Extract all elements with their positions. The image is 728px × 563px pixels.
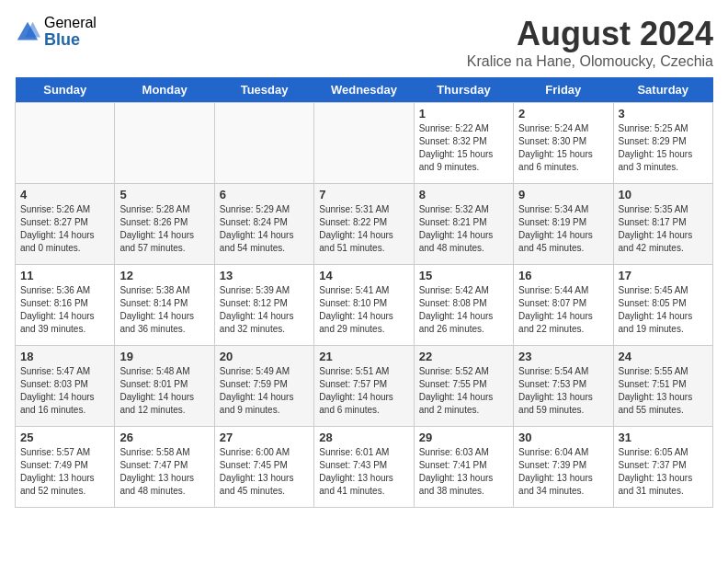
title-block: August 2024 Kralice na Hane, Olomoucky, … xyxy=(467,15,713,70)
day-info: Sunrise: 6:04 AMSunset: 7:39 PMDaylight:… xyxy=(518,446,608,498)
day-info: Sunrise: 5:24 AMSunset: 8:30 PMDaylight:… xyxy=(518,122,608,174)
day-number: 28 xyxy=(319,431,408,444)
day-number: 21 xyxy=(319,350,408,363)
logo-text: General Blue xyxy=(44,15,97,49)
calendar-cell-3-5: 15Sunrise: 5:42 AMSunset: 8:08 PMDayligh… xyxy=(414,265,513,346)
day-number: 19 xyxy=(119,350,209,363)
logo-icon xyxy=(15,19,40,45)
calendar-week-4: 18Sunrise: 5:47 AMSunset: 8:03 PMDayligh… xyxy=(16,346,713,427)
calendar-cell-1-2 xyxy=(115,103,214,184)
day-number: 31 xyxy=(619,431,708,444)
day-info: Sunrise: 5:41 AMSunset: 8:10 PMDaylight:… xyxy=(319,284,408,336)
calendar-cell-3-4: 14Sunrise: 5:41 AMSunset: 8:10 PMDayligh… xyxy=(314,265,414,346)
day-info: Sunrise: 5:44 AMSunset: 8:07 PMDaylight:… xyxy=(518,284,608,336)
day-info: Sunrise: 5:39 AMSunset: 8:12 PMDaylight:… xyxy=(220,284,309,336)
day-info: Sunrise: 5:51 AMSunset: 7:57 PMDaylight:… xyxy=(319,365,408,417)
logo: General Blue xyxy=(15,15,97,49)
weekday-header-sunday: Sunday xyxy=(16,77,115,103)
calendar-cell-4-2: 19Sunrise: 5:48 AMSunset: 8:01 PMDayligh… xyxy=(115,346,214,427)
day-info: Sunrise: 6:01 AMSunset: 7:43 PMDaylight:… xyxy=(319,446,408,498)
day-number: 24 xyxy=(619,350,708,363)
calendar-week-5: 25Sunrise: 5:57 AMSunset: 7:49 PMDayligh… xyxy=(16,427,713,508)
calendar-week-3: 11Sunrise: 5:36 AMSunset: 8:16 PMDayligh… xyxy=(16,265,713,346)
calendar-cell-5-7: 31Sunrise: 6:05 AMSunset: 7:37 PMDayligh… xyxy=(613,427,712,508)
day-info: Sunrise: 5:48 AMSunset: 8:01 PMDaylight:… xyxy=(119,365,209,417)
weekday-header-friday: Friday xyxy=(514,77,613,103)
calendar-cell-3-1: 11Sunrise: 5:36 AMSunset: 8:16 PMDayligh… xyxy=(16,265,115,346)
calendar-cell-1-7: 3Sunrise: 5:25 AMSunset: 8:29 PMDaylight… xyxy=(613,103,712,184)
day-number: 30 xyxy=(518,431,608,444)
calendar-cell-3-7: 17Sunrise: 5:45 AMSunset: 8:05 PMDayligh… xyxy=(613,265,712,346)
day-number: 12 xyxy=(119,269,209,282)
calendar-cell-2-7: 10Sunrise: 5:35 AMSunset: 8:17 PMDayligh… xyxy=(613,184,712,265)
page-header: General Blue August 2024 Kralice na Hane… xyxy=(15,15,713,70)
day-info: Sunrise: 5:52 AMSunset: 7:55 PMDaylight:… xyxy=(419,365,508,417)
calendar-cell-5-1: 25Sunrise: 5:57 AMSunset: 7:49 PMDayligh… xyxy=(16,427,115,508)
day-info: Sunrise: 5:49 AMSunset: 7:59 PMDaylight:… xyxy=(220,365,309,417)
day-number: 4 xyxy=(20,188,109,201)
weekday-header-monday: Monday xyxy=(115,77,214,103)
calendar-cell-5-3: 27Sunrise: 6:00 AMSunset: 7:45 PMDayligh… xyxy=(214,427,313,508)
day-info: Sunrise: 5:29 AMSunset: 8:24 PMDaylight:… xyxy=(220,203,309,255)
day-number: 15 xyxy=(419,269,508,282)
day-number: 29 xyxy=(419,431,508,444)
day-info: Sunrise: 5:35 AMSunset: 8:17 PMDaylight:… xyxy=(619,203,708,255)
calendar-cell-4-1: 18Sunrise: 5:47 AMSunset: 8:03 PMDayligh… xyxy=(16,346,115,427)
weekday-header-row: SundayMondayTuesdayWednesdayThursdayFrid… xyxy=(16,77,713,103)
calendar-cell-4-3: 20Sunrise: 5:49 AMSunset: 7:59 PMDayligh… xyxy=(214,346,313,427)
day-number: 18 xyxy=(20,350,109,363)
day-number: 17 xyxy=(619,269,708,282)
day-number: 5 xyxy=(119,188,209,201)
weekday-header-thursday: Thursday xyxy=(414,77,513,103)
day-number: 14 xyxy=(319,269,408,282)
calendar-cell-2-1: 4Sunrise: 5:26 AMSunset: 8:27 PMDaylight… xyxy=(16,184,115,265)
calendar-cell-2-3: 6Sunrise: 5:29 AMSunset: 8:24 PMDaylight… xyxy=(214,184,313,265)
day-info: Sunrise: 5:25 AMSunset: 8:29 PMDaylight:… xyxy=(619,122,708,174)
day-number: 9 xyxy=(518,188,608,201)
day-number: 6 xyxy=(220,188,309,201)
calendar-cell-1-1 xyxy=(16,103,115,184)
calendar-week-1: 1Sunrise: 5:22 AMSunset: 8:32 PMDaylight… xyxy=(16,103,713,184)
calendar-week-2: 4Sunrise: 5:26 AMSunset: 8:27 PMDaylight… xyxy=(16,184,713,265)
day-number: 3 xyxy=(619,107,708,121)
day-info: Sunrise: 5:45 AMSunset: 8:05 PMDaylight:… xyxy=(619,284,708,336)
day-info: Sunrise: 5:36 AMSunset: 8:16 PMDaylight:… xyxy=(20,284,109,336)
calendar-cell-1-4 xyxy=(314,103,414,184)
day-info: Sunrise: 5:42 AMSunset: 8:08 PMDaylight:… xyxy=(419,284,508,336)
day-info: Sunrise: 6:03 AMSunset: 7:41 PMDaylight:… xyxy=(419,446,508,498)
day-info: Sunrise: 6:05 AMSunset: 7:37 PMDaylight:… xyxy=(619,446,708,498)
calendar-cell-5-2: 26Sunrise: 5:58 AMSunset: 7:47 PMDayligh… xyxy=(115,427,214,508)
day-info: Sunrise: 5:31 AMSunset: 8:22 PMDaylight:… xyxy=(319,203,408,255)
calendar-cell-2-2: 5Sunrise: 5:28 AMSunset: 8:26 PMDaylight… xyxy=(115,184,214,265)
day-number: 27 xyxy=(220,431,309,444)
logo-blue: Blue xyxy=(44,31,97,50)
day-info: Sunrise: 5:22 AMSunset: 8:32 PMDaylight:… xyxy=(419,122,508,174)
calendar-cell-2-5: 8Sunrise: 5:32 AMSunset: 8:21 PMDaylight… xyxy=(414,184,513,265)
day-number: 25 xyxy=(20,431,109,444)
calendar-cell-4-5: 22Sunrise: 5:52 AMSunset: 7:55 PMDayligh… xyxy=(414,346,513,427)
weekday-header-saturday: Saturday xyxy=(613,77,712,103)
calendar-cell-2-4: 7Sunrise: 5:31 AMSunset: 8:22 PMDaylight… xyxy=(314,184,414,265)
calendar-cell-4-4: 21Sunrise: 5:51 AMSunset: 7:57 PMDayligh… xyxy=(314,346,414,427)
day-number: 20 xyxy=(220,350,309,363)
calendar-cell-4-7: 24Sunrise: 5:55 AMSunset: 7:51 PMDayligh… xyxy=(613,346,712,427)
day-info: Sunrise: 5:38 AMSunset: 8:14 PMDaylight:… xyxy=(119,284,209,336)
location: Kralice na Hane, Olomoucky, Czechia xyxy=(467,53,713,70)
calendar-cell-5-5: 29Sunrise: 6:03 AMSunset: 7:41 PMDayligh… xyxy=(414,427,513,508)
day-number: 26 xyxy=(119,431,209,444)
calendar-cell-5-6: 30Sunrise: 6:04 AMSunset: 7:39 PMDayligh… xyxy=(514,427,613,508)
day-number: 11 xyxy=(20,269,109,282)
weekday-header-wednesday: Wednesday xyxy=(314,77,414,103)
day-number: 7 xyxy=(319,188,408,201)
calendar-cell-4-6: 23Sunrise: 5:54 AMSunset: 7:53 PMDayligh… xyxy=(514,346,613,427)
calendar-table: SundayMondayTuesdayWednesdayThursdayFrid… xyxy=(15,77,713,508)
calendar-cell-2-6: 9Sunrise: 5:34 AMSunset: 8:19 PMDaylight… xyxy=(514,184,613,265)
weekday-header-tuesday: Tuesday xyxy=(214,77,313,103)
day-info: Sunrise: 6:00 AMSunset: 7:45 PMDaylight:… xyxy=(220,446,309,498)
day-info: Sunrise: 5:28 AMSunset: 8:26 PMDaylight:… xyxy=(119,203,209,255)
day-number: 10 xyxy=(619,188,708,201)
day-info: Sunrise: 5:57 AMSunset: 7:49 PMDaylight:… xyxy=(20,446,109,498)
calendar-cell-1-6: 2Sunrise: 5:24 AMSunset: 8:30 PMDaylight… xyxy=(514,103,613,184)
calendar-cell-1-3 xyxy=(214,103,313,184)
day-info: Sunrise: 5:47 AMSunset: 8:03 PMDaylight:… xyxy=(20,365,109,417)
